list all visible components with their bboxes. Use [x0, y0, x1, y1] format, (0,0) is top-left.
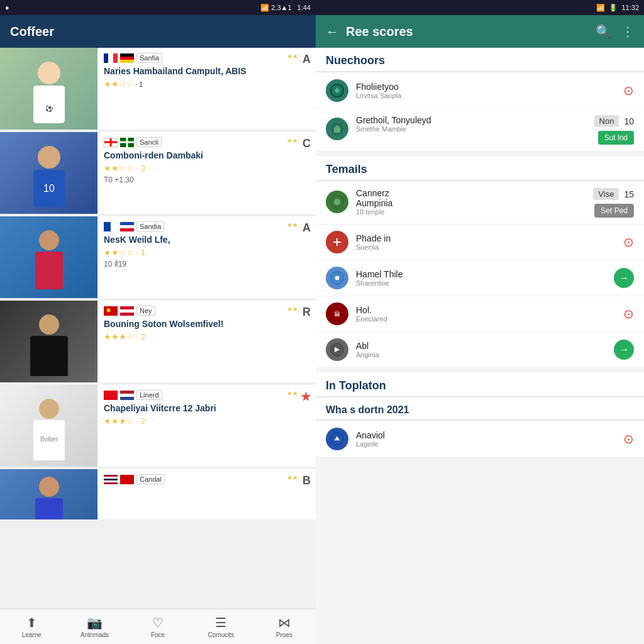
item-sub-cannerz: 10 tenple	[356, 208, 586, 216]
more-button[interactable]: ⋮	[621, 24, 634, 39]
list-item-grethoil[interactable]: Grethoil, Tonyuleyd Smethe Mambie Non 10…	[316, 109, 644, 152]
list-item-abl[interactable]: Abl Anginia →	[316, 332, 644, 368]
item-name-hamel: Hamel Thile	[356, 269, 606, 279]
item-sub-anaviol: Lageile	[356, 440, 616, 448]
player-flags-6: Candal	[104, 474, 309, 484]
player-flags-2: Sancli	[104, 137, 309, 147]
league-tag-1: Sanfia	[136, 53, 162, 63]
red-circle-icon-phade: ⊙	[623, 235, 634, 250]
team-logo-phade	[326, 231, 348, 253]
player-flags-4: ⬣ Ney	[104, 306, 309, 316]
player-info-4: ⬣ Ney Bouning Soton Wolsemfivel! ★★★☆ · …	[97, 301, 316, 382]
player-card-6[interactable]: Candal B ★★	[0, 469, 316, 519]
flag-icon-6b	[120, 475, 134, 484]
item-info-anaviol: Anaviol Lageile	[356, 430, 616, 448]
search-button[interactable]: 🔍	[596, 24, 611, 39]
back-button[interactable]: ←	[326, 25, 338, 39]
player-name-5: Chapeliyai Viitcrre 12 Jabri	[104, 402, 309, 414]
league-tag-5: Linerd	[136, 390, 162, 400]
right-time-text: 11:32	[621, 4, 639, 11]
bottom-nav: ⬆ Learne 📷 Antnmads ♡ Foce ☰ Comucits ⋈ …	[0, 609, 316, 644]
right-status-bar: 📶 🔋 11:32	[316, 0, 644, 15]
camera-icon: 📷	[87, 615, 103, 630]
svg-text:10: 10	[43, 183, 55, 194]
list-item-anaviol[interactable]: Anaviol Lageile ⊙	[316, 421, 644, 457]
item-info-grethoil: Grethoil, Tonyuleyd Smethe Mambie	[356, 115, 587, 133]
player-name-2: Comboni-rden Dambaki	[104, 150, 309, 161]
svg-text:⚽: ⚽	[45, 104, 53, 113]
section-toplaton: In Toplaton	[316, 373, 644, 397]
card-letter-2: C	[303, 137, 311, 150]
item-sub-phade: Sueclia	[356, 243, 616, 251]
list-item-hol[interactable]: 🏛 Hol. Eneclared ⊙	[316, 296, 644, 332]
nav-foce[interactable]: ♡ Foce	[126, 609, 189, 644]
player-stars-1: ★★☆☆ · 1	[104, 79, 309, 89]
flag-nl-icon	[120, 391, 134, 400]
list-item-phade[interactable]: Phade in Sueclia ⊙	[316, 225, 644, 260]
svg-point-18	[334, 199, 340, 205]
nav-antnmads[interactable]: 📷 Antnmads	[63, 609, 126, 644]
item-name-abl: Abl	[356, 341, 606, 351]
player-card-1[interactable]: ⚽ Sanfia Naries Hambailand Campult, ABIS…	[0, 48, 316, 130]
player-meta-2: T0 +1.30	[104, 175, 309, 184]
nav-proes[interactable]: ⋈ Proes	[253, 609, 316, 644]
league-tag-6: Candal	[136, 474, 165, 484]
item-name-phade: Phade in	[356, 233, 616, 243]
item-sub-grethoil: Smethe Mambie	[356, 125, 587, 133]
player-name-1: Naries Hambailand Campult, ABIS	[104, 65, 309, 77]
player-name-4: Bouning Soton Wolsemfivel!	[104, 318, 309, 330]
set-ped-button[interactable]: Set Ped	[594, 204, 634, 218]
item-right-cannerz: Vise 15 Set Ped	[593, 188, 634, 218]
list-item-fholiietyoo[interactable]: Fholiietyoo Lovitsa Saupla ⊙	[316, 73, 644, 109]
list-item-cannerz[interactable]: CannerzAumpinia 10 tenple Vise 15 Set Pe…	[316, 182, 644, 225]
green-arrow-abl[interactable]: →	[614, 340, 634, 360]
left-status-right: 📶 2.3▲1 1:44	[260, 4, 311, 12]
right-panel: ← Ree scores 🔍 ⋮ Nuechoors Fholiietyoo L…	[316, 15, 644, 644]
item-info-abl: Abl Anginia	[356, 341, 606, 358]
player-image-5: Boltier	[0, 385, 97, 467]
nav-comucits[interactable]: ☰ Comucits	[189, 609, 252, 644]
right-content: Nuechoors Fholiietyoo Lovitsa Saupla ⊙	[316, 48, 644, 644]
player-card-4[interactable]: ⬣ Ney Bouning Soton Wolsemfivel! ★★★☆ · …	[0, 301, 316, 382]
nav-foce-label: Foce	[151, 631, 165, 638]
svg-rect-1	[33, 86, 65, 123]
sut-lnd-button[interactable]: Sut lnd	[598, 131, 634, 145]
nav-comucits-label: Comucits	[208, 631, 235, 638]
green-arrow-hamel[interactable]: →	[614, 268, 634, 288]
svg-point-3	[38, 146, 60, 169]
left-status-bar: ● 📶 2.3▲1 1:44	[0, 0, 316, 15]
player-info-6: Candal	[97, 469, 316, 519]
team-logo-abl	[326, 338, 348, 361]
item-info-phade: Phade in Sueclia	[356, 233, 616, 251]
team-logo-cannerz	[326, 191, 348, 213]
team-logo-hol: 🏛	[326, 303, 348, 325]
nav-learne[interactable]: ⬆ Learne	[0, 609, 63, 644]
league-tag-4: Ney	[136, 306, 155, 316]
player-image-3	[0, 216, 97, 298]
section-nuechoors: Nuechoors	[316, 48, 644, 72]
double-star-2: ★★	[287, 137, 298, 144]
svg-point-21	[335, 275, 340, 280]
player-card-3[interactable]: Sandia NesK Weild Lfe, ★★☆☆ · 1 10 है19 …	[0, 216, 316, 298]
red-circle-icon-fholiietyoo: ⊙	[623, 83, 634, 98]
card-letter-3: A	[303, 221, 311, 235]
player-stars-3: ★★☆☆ · 1	[104, 248, 309, 257]
flag-icon-2a	[104, 138, 118, 147]
flag-icon-3b	[120, 222, 134, 231]
team-logo-anaviol	[326, 428, 348, 450]
wifi-icon: 📶	[260, 4, 269, 11]
card-letter-1: A	[303, 53, 311, 66]
svg-text:Boltier: Boltier	[40, 436, 58, 443]
player-image-2: 10	[0, 132, 97, 214]
svg-point-6	[39, 230, 59, 250]
item-name-cannerz: CannerzAumpinia	[356, 188, 586, 208]
list-item-hamel[interactable]: Hamel Thile Sharentioe →	[316, 260, 644, 296]
item-name-anaviol: Anaviol	[356, 430, 616, 440]
player-info-5: Linerd Chapeliyai Viitcrre 12 Jabri ★★★☆…	[97, 385, 316, 467]
menu-icon: ☰	[215, 615, 226, 630]
player-card-5[interactable]: Boltier Linerd Chapeliyai Viitcrre 12 Ja…	[0, 385, 316, 467]
left-panel: Coffeer ⚽	[0, 15, 316, 644]
player-card-2[interactable]: 10 Sancli Combo	[0, 132, 316, 214]
item-sub-hamel: Sharentioe	[356, 279, 606, 287]
player-list: ⚽ Sanfia Naries Hambailand Campult, ABIS…	[0, 48, 316, 609]
